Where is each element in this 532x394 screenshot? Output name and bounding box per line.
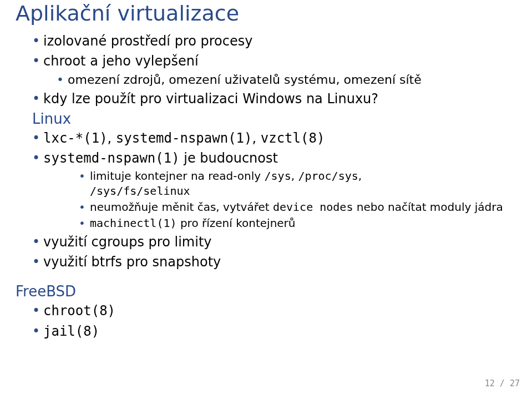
text-sep: , [358, 169, 362, 183]
bullet-windows-linux: kdy lze použít pro virtualizaci Windows … [32, 90, 516, 108]
slide-title: Aplikační virtualizace [16, 0, 516, 26]
code-proc-sys: /proc/sys [298, 169, 358, 183]
text-sep: , [291, 169, 298, 183]
code-selinux: /sys/fs/selinux [90, 184, 190, 198]
bullet-jail8: jail(8) [32, 322, 516, 340]
text-no-time: neumožňuje měnit čas, vytvářet [90, 200, 273, 214]
code-nspawn-2: systemd-nspawn(1) [43, 150, 180, 166]
text-no-modules: nebo načítat moduly jádra [353, 200, 503, 214]
code-nspawn: systemd-nspawn(1) [116, 130, 252, 146]
code-device-nodes: device nodes [273, 200, 353, 214]
text-future: je budoucnost [180, 150, 278, 166]
page-number: 12 / 27 [485, 378, 520, 388]
text-container-mgmt: pro řízení kontejnerů [177, 216, 296, 230]
main-list: izolované prostředí pro procesy chroot a… [16, 32, 516, 108]
text-limits: limituje kontejner na read-only [90, 169, 265, 183]
text-sep: , [108, 130, 116, 146]
bullet-cgroups: využití cgroups pro limity [32, 233, 516, 251]
linux-list: lxc-*(1), systemd-nspawn(1), vzctl(8) sy… [16, 129, 516, 271]
code-chroot8: chroot(8) [43, 303, 115, 319]
text-sep: , [252, 130, 261, 146]
freebsd-list: chroot(8) jail(8) [16, 302, 516, 340]
slide: Aplikační virtualizace izolované prostře… [0, 0, 532, 394]
bullet-btrfs: využití btrfs pro snapshoty [32, 253, 516, 271]
code-machinectl: machinectl(1) [90, 216, 177, 230]
bullet-chroot: chroot a jeho vylepšení [32, 52, 516, 70]
code-jail8: jail(8) [43, 324, 99, 339]
bullet-chroot8: chroot(8) [32, 302, 516, 320]
freebsd-section: FreeBSD chroot(8) jail(8) [16, 283, 516, 340]
bullet-restrictions: omezení zdrojů, omezení uživatelů systém… [57, 72, 516, 88]
freebsd-heading: FreeBSD [16, 283, 516, 300]
bullet-readonly: limituje kontejner na read-only /sys, /p… [79, 169, 516, 199]
bullet-machinectl: machinectl(1) pro řízení kontejnerů [79, 216, 516, 231]
bullet-isolated-env: izolované prostředí pro procesy [32, 32, 516, 50]
bullet-nspawn-future: systemd-nspawn(1) je budoucnost [32, 149, 516, 167]
bullet-no-time-devicenodes: neumožňuje měnit čas, vytvářet device no… [79, 200, 516, 215]
code-vzctl: vzctl(8) [261, 130, 325, 146]
bullet-lxc-nspawn-vzctl: lxc-*(1), systemd-nspawn(1), vzctl(8) [32, 129, 516, 147]
code-sys: /sys [265, 169, 291, 183]
linux-heading: Linux [32, 110, 516, 127]
code-lxc: lxc-*(1) [43, 130, 108, 146]
